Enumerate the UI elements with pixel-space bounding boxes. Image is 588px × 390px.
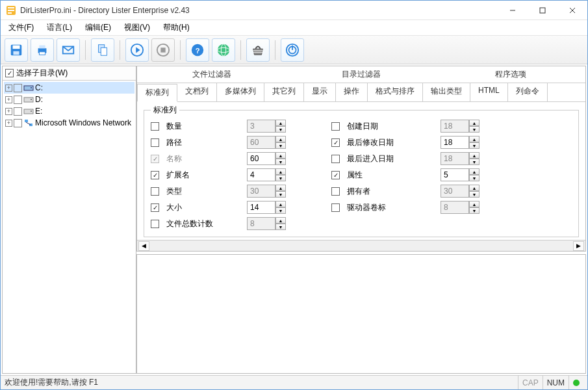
- subtab-multimedia-columns[interactable]: 多媒体列: [217, 83, 264, 101]
- column-checkbox[interactable]: [331, 122, 340, 131]
- width-input[interactable]: [247, 168, 275, 181]
- subtab-format-sort[interactable]: 格式与排序: [368, 83, 423, 101]
- subtab-other-columns[interactable]: 其它列: [264, 83, 304, 101]
- play-button[interactable]: [125, 38, 149, 62]
- stop-button[interactable]: [151, 38, 175, 62]
- width-input[interactable]: [247, 201, 275, 214]
- scroll-right-icon[interactable]: ▶: [573, 241, 584, 251]
- column-checkbox[interactable]: [331, 155, 340, 163]
- spin-down-icon: ▼: [275, 142, 286, 149]
- print-button[interactable]: [31, 38, 54, 62]
- menu-help[interactable]: 帮助(H): [160, 21, 192, 34]
- tree-checkbox[interactable]: [14, 84, 22, 92]
- select-subdir-checkbox[interactable]: [5, 69, 14, 77]
- spin-up-icon: ▲: [469, 201, 479, 207]
- subtab-output-type[interactable]: 输出类型: [423, 83, 470, 101]
- subtab-display[interactable]: 显示: [304, 83, 336, 101]
- spin-up-icon[interactable]: ▲: [275, 152, 286, 159]
- scroll-left-icon[interactable]: ◀: [138, 241, 149, 251]
- column-checkbox[interactable]: [151, 122, 159, 131]
- svg-rect-10: [13, 51, 19, 55]
- spin-down-icon[interactable]: ▼: [469, 175, 479, 181]
- width-spinner: ▲▼: [441, 120, 481, 133]
- tree-node-d[interactable]: + D:: [4, 94, 134, 105]
- width-input[interactable]: [441, 136, 469, 149]
- width-spinner: ▲▼: [247, 185, 287, 198]
- tree-node-network[interactable]: + Microsoft Windows Network: [4, 117, 134, 129]
- subtab-document-columns[interactable]: 文档列: [177, 83, 217, 101]
- tree-node-e[interactable]: + E:: [4, 105, 134, 117]
- spin-down-icon[interactable]: ▼: [275, 175, 286, 181]
- width-spinner[interactable]: ▲▼: [247, 201, 287, 214]
- spin-down-icon[interactable]: ▼: [275, 207, 286, 214]
- directory-tree[interactable]: + C: + D: + E: + Microsoft Win: [3, 81, 136, 373]
- copy-button[interactable]: [91, 38, 114, 62]
- spin-down-icon: ▼: [469, 191, 479, 198]
- svg-rect-38: [29, 124, 32, 126]
- spin-up-icon[interactable]: ▲: [275, 168, 286, 175]
- subtab-standard-columns[interactable]: 标准列: [137, 84, 177, 102]
- tree-node-c[interactable]: + C:: [4, 82, 134, 94]
- mail-button[interactable]: [57, 38, 80, 62]
- spin-up-icon[interactable]: ▲: [275, 201, 286, 207]
- tree-checkbox[interactable]: [14, 107, 22, 116]
- spin-up-icon[interactable]: ▲: [469, 136, 479, 142]
- expand-icon[interactable]: +: [5, 108, 12, 115]
- minimize-button[interactable]: [498, 1, 528, 20]
- column-checkbox[interactable]: [151, 155, 159, 163]
- window-title: DirListerPro.ini - Directory Lister Ente…: [20, 6, 498, 15]
- width-input[interactable]: [441, 168, 469, 181]
- tree-checkbox[interactable]: [14, 96, 22, 104]
- expand-icon[interactable]: +: [5, 120, 12, 127]
- menu-edit[interactable]: 编辑(E): [83, 21, 114, 34]
- close-button[interactable]: [557, 1, 587, 20]
- globe-button[interactable]: [212, 38, 235, 62]
- width-input: [247, 185, 275, 198]
- width-spinner[interactable]: ▲▼: [247, 152, 287, 165]
- width-spinner[interactable]: ▲▼: [441, 136, 481, 149]
- width-spinner[interactable]: ▲▼: [247, 168, 287, 181]
- column-label: 扩展名: [166, 170, 244, 181]
- column-checkbox[interactable]: [151, 138, 159, 147]
- subtab-html[interactable]: HTML: [470, 83, 508, 101]
- spin-down-icon: ▼: [469, 207, 479, 214]
- save-button[interactable]: [5, 38, 28, 62]
- width-spinner[interactable]: ▲▼: [441, 168, 481, 181]
- spin-down-icon[interactable]: ▼: [469, 142, 479, 149]
- subtab-operation[interactable]: 操作: [336, 83, 368, 101]
- expand-icon[interactable]: +: [5, 96, 12, 103]
- menu-file[interactable]: 文件(F): [6, 21, 36, 34]
- basket-button[interactable]: [246, 38, 270, 62]
- top-tab-program-options[interactable]: 程序选项: [436, 66, 585, 83]
- spin-up-icon[interactable]: ▲: [469, 168, 479, 175]
- tree-node-label: E:: [35, 107, 42, 116]
- width-input: [441, 120, 469, 133]
- spin-down-icon[interactable]: ▼: [275, 159, 286, 165]
- help-button[interactable]: ?: [186, 38, 209, 62]
- column-checkbox[interactable]: [151, 187, 159, 196]
- menu-language[interactable]: 语言(L): [44, 21, 75, 34]
- column-label: 数量: [166, 121, 244, 132]
- column-checkbox[interactable]: [331, 203, 340, 212]
- top-tab-dir-filter[interactable]: 目录过滤器: [287, 66, 436, 83]
- width-input[interactable]: [247, 152, 275, 165]
- column-checkbox[interactable]: [331, 138, 340, 147]
- column-checkbox[interactable]: [151, 203, 159, 212]
- menu-view[interactable]: 视图(V): [121, 21, 153, 34]
- expand-icon[interactable]: +: [5, 84, 12, 92]
- column-checkbox[interactable]: [151, 220, 159, 228]
- column-checkbox[interactable]: [331, 187, 340, 196]
- network-icon: [23, 118, 34, 128]
- spin-up-icon: ▲: [275, 120, 286, 126]
- top-tab-file-filter[interactable]: 文件过滤器: [137, 66, 287, 83]
- column-checkbox[interactable]: [151, 171, 159, 179]
- subtab-column-command[interactable]: 列命令: [508, 83, 548, 101]
- power-button[interactable]: [281, 38, 304, 62]
- tree-checkbox[interactable]: [14, 119, 22, 127]
- horizontal-scrollbar[interactable]: ◀ ▶: [137, 240, 585, 251]
- column-checkbox[interactable]: [331, 171, 340, 179]
- toolbar: ?: [1, 36, 587, 64]
- column-label: 创建日期: [347, 121, 438, 132]
- column-label: 拥有者: [347, 186, 438, 197]
- maximize-button[interactable]: [528, 1, 557, 20]
